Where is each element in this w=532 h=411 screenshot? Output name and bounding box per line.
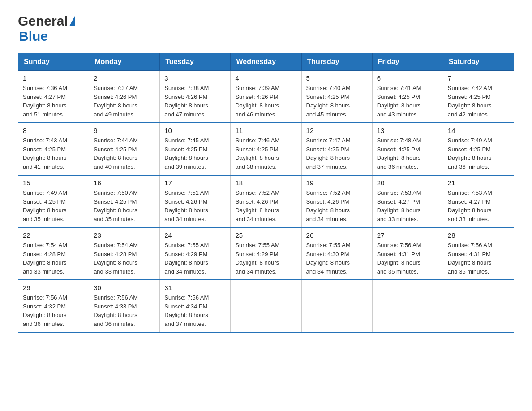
- calendar-cell: 7 Sunrise: 7:42 AM Sunset: 4:25 PM Dayli…: [443, 71, 514, 123]
- weekday-header-saturday: Saturday: [443, 53, 514, 71]
- calendar-cell: 20 Sunrise: 7:53 AM Sunset: 4:27 PM Dayl…: [372, 175, 443, 227]
- day-info: Sunrise: 7:49 AM Sunset: 4:25 PM Dayligh…: [23, 188, 84, 223]
- day-info: Sunrise: 7:38 AM Sunset: 4:26 PM Dayligh…: [164, 84, 226, 119]
- day-number: 11: [235, 127, 296, 134]
- calendar-cell: 18 Sunrise: 7:52 AM Sunset: 4:26 PM Dayl…: [231, 175, 301, 227]
- calendar-cell: 4 Sunrise: 7:39 AM Sunset: 4:26 PM Dayli…: [231, 71, 301, 123]
- day-info: Sunrise: 7:56 AM Sunset: 4:34 PM Dayligh…: [164, 293, 226, 328]
- logo: General Blue: [18, 13, 76, 44]
- calendar-cell: 3 Sunrise: 7:38 AM Sunset: 4:26 PM Dayli…: [160, 71, 231, 123]
- week-row-2: 8 Sunrise: 7:43 AM Sunset: 4:25 PM Dayli…: [18, 123, 514, 175]
- day-info: Sunrise: 7:49 AM Sunset: 4:25 PM Dayligh…: [448, 136, 509, 171]
- day-number: 9: [94, 127, 155, 134]
- calendar-cell: 10 Sunrise: 7:45 AM Sunset: 4:25 PM Dayl…: [160, 123, 231, 175]
- calendar-cell: 1 Sunrise: 7:36 AM Sunset: 4:27 PM Dayli…: [18, 71, 89, 123]
- day-info: Sunrise: 7:55 AM Sunset: 4:29 PM Dayligh…: [235, 241, 296, 276]
- day-info: Sunrise: 7:47 AM Sunset: 4:25 PM Dayligh…: [306, 136, 368, 171]
- weekday-header-tuesday: Tuesday: [160, 53, 231, 71]
- calendar-cell: 11 Sunrise: 7:46 AM Sunset: 4:25 PM Dayl…: [231, 123, 301, 175]
- calendar-cell: [301, 280, 372, 332]
- page-header: General Blue: [18, 13, 514, 44]
- calendar-cell: 17 Sunrise: 7:51 AM Sunset: 4:26 PM Dayl…: [160, 175, 231, 227]
- day-number: 31: [164, 284, 226, 291]
- week-row-1: 1 Sunrise: 7:36 AM Sunset: 4:27 PM Dayli…: [18, 71, 514, 123]
- day-number: 20: [377, 179, 438, 187]
- day-info: Sunrise: 7:53 AM Sunset: 4:27 PM Dayligh…: [448, 188, 509, 223]
- day-info: Sunrise: 7:48 AM Sunset: 4:25 PM Dayligh…: [377, 136, 438, 171]
- calendar-header-row: SundayMondayTuesdayWednesdayThursdayFrid…: [18, 53, 514, 71]
- day-info: Sunrise: 7:50 AM Sunset: 4:25 PM Dayligh…: [94, 188, 155, 223]
- day-number: 6: [377, 74, 438, 82]
- day-number: 27: [377, 231, 438, 239]
- calendar-cell: 26 Sunrise: 7:55 AM Sunset: 4:30 PM Dayl…: [301, 227, 372, 280]
- calendar-cell: 9 Sunrise: 7:44 AM Sunset: 4:25 PM Dayli…: [89, 123, 160, 175]
- day-info: Sunrise: 7:51 AM Sunset: 4:26 PM Dayligh…: [164, 188, 226, 223]
- day-number: 19: [306, 179, 368, 187]
- calendar-cell: 23 Sunrise: 7:54 AM Sunset: 4:28 PM Dayl…: [89, 227, 160, 280]
- calendar-cell: 5 Sunrise: 7:40 AM Sunset: 4:25 PM Dayli…: [301, 71, 372, 123]
- day-number: 7: [448, 74, 509, 82]
- calendar-cell: 15 Sunrise: 7:49 AM Sunset: 4:25 PM Dayl…: [18, 175, 89, 227]
- day-info: Sunrise: 7:56 AM Sunset: 4:31 PM Dayligh…: [448, 241, 509, 276]
- day-number: 21: [448, 179, 509, 187]
- day-info: Sunrise: 7:55 AM Sunset: 4:30 PM Dayligh…: [306, 241, 368, 276]
- day-info: Sunrise: 7:40 AM Sunset: 4:25 PM Dayligh…: [306, 84, 368, 119]
- day-info: Sunrise: 7:39 AM Sunset: 4:26 PM Dayligh…: [235, 84, 296, 119]
- day-info: Sunrise: 7:52 AM Sunset: 4:26 PM Dayligh…: [306, 188, 368, 223]
- day-info: Sunrise: 7:43 AM Sunset: 4:25 PM Dayligh…: [23, 136, 84, 171]
- logo-container: General: [18, 13, 76, 29]
- calendar-cell: 30 Sunrise: 7:56 AM Sunset: 4:33 PM Dayl…: [89, 280, 160, 332]
- calendar-cell: 22 Sunrise: 7:54 AM Sunset: 4:28 PM Dayl…: [18, 227, 89, 280]
- day-info: Sunrise: 7:41 AM Sunset: 4:25 PM Dayligh…: [377, 84, 438, 119]
- day-info: Sunrise: 7:52 AM Sunset: 4:26 PM Dayligh…: [235, 188, 296, 223]
- day-info: Sunrise: 7:56 AM Sunset: 4:33 PM Dayligh…: [94, 293, 155, 328]
- day-number: 10: [164, 127, 226, 134]
- day-info: Sunrise: 7:56 AM Sunset: 4:31 PM Dayligh…: [377, 241, 438, 276]
- logo-general: General: [18, 13, 68, 29]
- calendar-cell: 31 Sunrise: 7:56 AM Sunset: 4:34 PM Dayl…: [160, 280, 231, 332]
- logo-arrow-icon: [69, 16, 75, 26]
- day-info: Sunrise: 7:37 AM Sunset: 4:26 PM Dayligh…: [94, 84, 155, 119]
- calendar-cell: 12 Sunrise: 7:47 AM Sunset: 4:25 PM Dayl…: [301, 123, 372, 175]
- calendar-table: SundayMondayTuesdayWednesdayThursdayFrid…: [18, 53, 514, 333]
- day-number: 30: [94, 284, 155, 291]
- weekday-header-friday: Friday: [372, 53, 443, 71]
- day-number: 22: [23, 231, 84, 239]
- week-row-3: 15 Sunrise: 7:49 AM Sunset: 4:25 PM Dayl…: [18, 175, 514, 227]
- calendar-cell: [443, 280, 514, 332]
- day-info: Sunrise: 7:54 AM Sunset: 4:28 PM Dayligh…: [23, 241, 84, 276]
- calendar-cell: 14 Sunrise: 7:49 AM Sunset: 4:25 PM Dayl…: [443, 123, 514, 175]
- day-info: Sunrise: 7:42 AM Sunset: 4:25 PM Dayligh…: [448, 84, 509, 119]
- day-number: 15: [23, 179, 84, 187]
- day-number: 24: [164, 231, 226, 239]
- logo-blue: Blue: [19, 29, 48, 43]
- calendar-cell: 13 Sunrise: 7:48 AM Sunset: 4:25 PM Dayl…: [372, 123, 443, 175]
- day-number: 13: [377, 127, 438, 134]
- calendar-cell: 16 Sunrise: 7:50 AM Sunset: 4:25 PM Dayl…: [89, 175, 160, 227]
- day-number: 16: [94, 179, 155, 187]
- day-number: 12: [306, 127, 368, 134]
- day-info: Sunrise: 7:56 AM Sunset: 4:32 PM Dayligh…: [23, 293, 84, 328]
- calendar-cell: 24 Sunrise: 7:55 AM Sunset: 4:29 PM Dayl…: [160, 227, 231, 280]
- day-number: 8: [23, 127, 84, 134]
- weekday-header-thursday: Thursday: [301, 53, 372, 71]
- calendar-cell: 2 Sunrise: 7:37 AM Sunset: 4:26 PM Dayli…: [89, 71, 160, 123]
- logo-blue-row: Blue: [18, 29, 76, 44]
- calendar-cell: 21 Sunrise: 7:53 AM Sunset: 4:27 PM Dayl…: [443, 175, 514, 227]
- day-number: 3: [164, 74, 226, 82]
- calendar-cell: 28 Sunrise: 7:56 AM Sunset: 4:31 PM Dayl…: [443, 227, 514, 280]
- calendar-cell: 6 Sunrise: 7:41 AM Sunset: 4:25 PM Dayli…: [372, 71, 443, 123]
- day-number: 1: [23, 74, 84, 82]
- day-number: 5: [306, 74, 368, 82]
- day-number: 2: [94, 74, 155, 82]
- calendar-cell: 25 Sunrise: 7:55 AM Sunset: 4:29 PM Dayl…: [231, 227, 301, 280]
- day-number: 28: [448, 231, 509, 239]
- day-info: Sunrise: 7:44 AM Sunset: 4:25 PM Dayligh…: [94, 136, 155, 171]
- calendar-cell: 29 Sunrise: 7:56 AM Sunset: 4:32 PM Dayl…: [18, 280, 89, 332]
- day-info: Sunrise: 7:54 AM Sunset: 4:28 PM Dayligh…: [94, 241, 155, 276]
- day-number: 29: [23, 284, 84, 291]
- day-info: Sunrise: 7:45 AM Sunset: 4:25 PM Dayligh…: [164, 136, 226, 171]
- calendar-cell: 27 Sunrise: 7:56 AM Sunset: 4:31 PM Dayl…: [372, 227, 443, 280]
- weekday-header-sunday: Sunday: [18, 53, 89, 71]
- week-row-4: 22 Sunrise: 7:54 AM Sunset: 4:28 PM Dayl…: [18, 227, 514, 280]
